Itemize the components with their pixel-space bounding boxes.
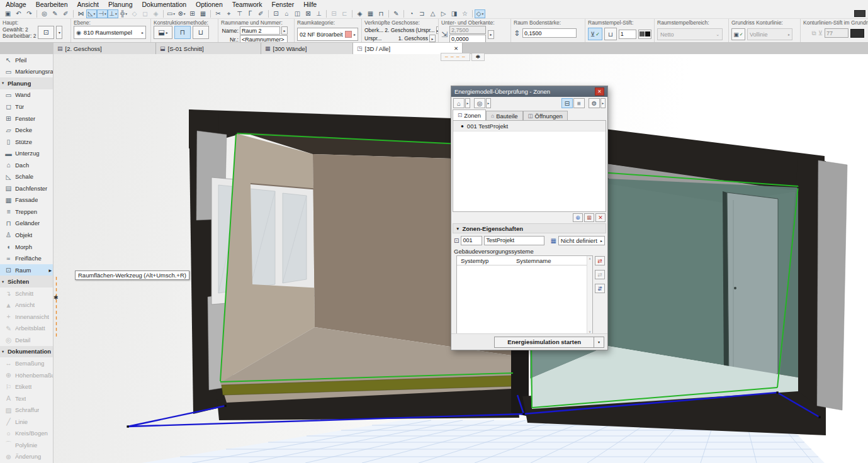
toolbar-icon-render-settings[interactable]: ◈: [354, 9, 365, 18]
geometry-method-dropdown[interactable]: ⬓▸: [154, 26, 172, 39]
toolbar-icon-profiles[interactable]: ⊓: [376, 9, 386, 18]
stamp-area-select[interactable]: Netto ⌄: [657, 28, 723, 40]
toolbar-icon-gravity[interactable]: ◇: [129, 9, 140, 18]
guide-segment-button[interactable]: ╌ ╌ ╌ ╌: [441, 53, 470, 61]
view-tab[interactable]: ⬓ [S-01 Schnitt]: [156, 43, 261, 54]
settings-gear-dropdown[interactable]: ▸: [600, 98, 606, 108]
toolbar-icon-fillet[interactable]: Γ: [245, 9, 256, 18]
toolbar-icon-undo[interactable]: ↶: [13, 9, 24, 18]
toolbar-icon-redo[interactable]: ↷: [24, 9, 35, 18]
toolbar-icon-opening[interactable]: ◫: [292, 9, 303, 18]
zones-list[interactable]: ● 001 TestProjekt: [453, 120, 606, 212]
add-system-button[interactable]: ⇄: [595, 256, 605, 265]
pen-number-input[interactable]: [619, 30, 636, 39]
outline-toggle-button[interactable]: ▣✓: [731, 28, 745, 40]
toolbar-icon-resize[interactable]: ✐: [256, 9, 266, 18]
window-chip-icon[interactable]: [854, 10, 865, 17]
bottom-elevation-input[interactable]: [449, 35, 486, 42]
zone-name-input[interactable]: [484, 236, 544, 245]
toolbox-row-stuetze[interactable]: ▯ Stütze: [0, 136, 53, 148]
toolbar-icon-inject-parameters[interactable]: ✎: [50, 9, 60, 18]
menu-item[interactable]: Teamwork: [232, 1, 262, 8]
toolbar-icon[interactable]: [163, 10, 164, 18]
close-icon[interactable]: ✕: [595, 87, 604, 96]
floor-thickness-input[interactable]: [522, 28, 577, 38]
toolbar-icon-snap-guides[interactable]: ⊣▾: [97, 9, 108, 18]
list-view-button[interactable]: ≡: [573, 98, 585, 108]
toolbox-row-markierungsrahmen[interactable]: ▭ Markierungsra...: [0, 66, 53, 78]
toolbar-icon-schedule[interactable]: ⊞: [187, 9, 198, 18]
pen-color-swatch[interactable]: [638, 30, 651, 39]
toolbar-icon-walk[interactable]: ▷: [438, 9, 449, 18]
stamp-pen-off-button[interactable]: ⊔: [604, 28, 617, 40]
room-name-input[interactable]: [240, 26, 280, 35]
toolbar-icon-suspend-groups[interactable]: ◈: [150, 9, 161, 18]
toolbox-row-kreis-bogen[interactable]: ○ Kreis/Bogen: [0, 428, 53, 440]
toolbox-row-morph[interactable]: ◖ Morph: [0, 241, 53, 253]
toolbar-icon-guide-lines[interactable]: ◺▾: [86, 9, 97, 18]
toolbox-row-schnitt[interactable]: ↴ Schnitt: [0, 287, 53, 299]
link-system-button[interactable]: ⇄: [595, 270, 605, 279]
toolbar-icon-grid-snap[interactable]: ╬▾: [118, 9, 129, 18]
zone-properties-section[interactable]: ▼ Zonen-Eigenschaften: [453, 223, 606, 233]
toolbox-row-planung[interactable]: ▾ Planung: [0, 77, 53, 89]
method-manual-button[interactable]: ⊓: [174, 26, 191, 39]
toolbar-icon-element-snap[interactable]: ◻: [140, 9, 150, 18]
toolbox-row-unterzug[interactable]: ▬ Unterzug: [0, 147, 53, 159]
top-elevation-input[interactable]: [449, 26, 486, 34]
tree-view-button[interactable]: ⊟: [561, 98, 573, 108]
toolbox-row-aenderung[interactable]: ⊛ Änderung: [0, 451, 53, 463]
toolbar-icon-surfaces[interactable]: ▦: [365, 9, 376, 18]
menu-item[interactable]: Ablage: [6, 1, 26, 8]
snap-guides-button[interactable]: ✱: [471, 53, 485, 61]
toolbox-row-ansicht[interactable]: ▲ Ansicht: [0, 299, 53, 311]
toolbar-icon-save[interactable]: ▣: [3, 9, 13, 18]
menu-item[interactable]: Fenster: [272, 1, 295, 8]
room-category-selector[interactable]: 02 NF Büroarbeit ▸: [297, 28, 358, 41]
scroll-up-icon[interactable]: ∧: [589, 257, 591, 260]
toolbox-row-dokumentation[interactable]: ▾ Dokumentation: [0, 346, 53, 358]
toolbar-icon-split[interactable]: ⊤: [234, 9, 245, 18]
toolbar-icon-trim[interactable]: ✂: [213, 9, 223, 18]
menu-item[interactable]: Planung: [108, 1, 133, 8]
tool-settings-button[interactable]: ⊡: [38, 26, 54, 39]
toolbar-icon-marquee[interactable]: ⋈: [76, 9, 86, 18]
toolbar-icon-pen[interactable]: ✐: [60, 9, 71, 18]
room-number-input[interactable]: [240, 35, 288, 42]
toolbox-row-arbeitsblatt[interactable]: ✎ Arbeitsblatt: [0, 323, 53, 335]
toolbar-icon-look-to[interactable]: △: [427, 9, 438, 18]
dialog-tab[interactable]: ⊡ Zonen: [453, 109, 486, 120]
toolbar-icon-favorites[interactable]: ☆: [459, 9, 470, 18]
zone-list-item[interactable]: ● 001 TestProjekt: [453, 121, 606, 131]
dialog-tab[interactable]: ⌂ Bauteile: [486, 111, 522, 120]
toolbox-row-tuer[interactable]: ◻ Tür: [0, 101, 53, 113]
toolbox-row-dachfenster[interactable]: ▤ Dachfenster: [0, 182, 53, 194]
outline-pen-swatch[interactable]: [850, 29, 864, 38]
toolbox-row-hoehenbemassung[interactable]: ⊕ Höhenbemaßu...: [0, 369, 53, 381]
toolbar-icon-frame[interactable]: ▭▾: [166, 9, 176, 18]
toolbar-icon[interactable]: [388, 10, 389, 18]
toolbox-row-schale[interactable]: ◺ Schale: [0, 170, 53, 182]
toolbox-row-treppen[interactable]: ≡ Treppen: [0, 206, 53, 218]
toolbox-row-objekt[interactable]: ♙ Objekt: [0, 229, 53, 241]
toolbox-row-polylinie[interactable]: ⌒ Polylinie: [0, 439, 53, 451]
toolbar-icon-lock[interactable]: ⊗▾: [176, 9, 187, 18]
toolbar-icon[interactable]: [268, 10, 269, 18]
toolbar-icon-markup[interactable]: ✎: [391, 9, 402, 18]
toolbar-icon[interactable]: [472, 10, 473, 18]
toolbox-row-bemassung[interactable]: ↔ Bemaßung: [0, 357, 53, 369]
toolbox-row-linie[interactable]: ╱ Linie: [0, 416, 53, 428]
toolbar-icon[interactable]: [37, 10, 37, 18]
toolbox-row-detail[interactable]: ◎ Detail: [0, 334, 53, 346]
toolbox-row-dach[interactable]: ⌂ Dach: [0, 159, 53, 171]
stamp-pen-on-button[interactable]: ⊻✓: [588, 28, 602, 40]
toolbox-row-decke[interactable]: ▱ Decke: [0, 124, 53, 136]
toolbar-icon-roof-tool[interactable]: ⌂: [281, 9, 292, 18]
toolbar-icon-layers[interactable]: ▦: [198, 9, 208, 18]
toolbar-icon-orbit[interactable]: ◔: [406, 9, 417, 18]
remove-system-button[interactable]: ⇵: [595, 284, 605, 293]
systems-table[interactable]: Systemtyp Systemname ∧ ∨: [456, 255, 593, 335]
toolbox-row-pfeil[interactable]: ↖ Pfeil: [0, 54, 53, 66]
delete-zone-button[interactable]: ✕: [595, 213, 606, 222]
system-profile-select[interactable]: Nicht definiert ▸: [558, 236, 605, 245]
